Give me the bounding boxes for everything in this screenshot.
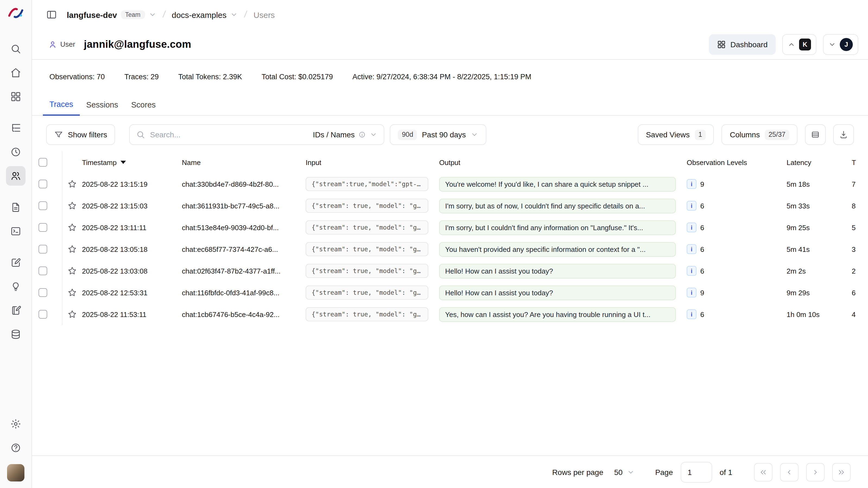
page-number-input[interactable] bbox=[680, 462, 712, 482]
row-checkbox[interactable] bbox=[38, 245, 47, 253]
row-checkbox[interactable] bbox=[38, 267, 47, 275]
search-icon bbox=[136, 130, 145, 139]
trace-name-cell[interactable]: chat:116fbfdc-0fd3-41af-99c8... bbox=[182, 288, 306, 297]
timestamp-cell[interactable]: 2025-08-22 12:53:31 bbox=[82, 288, 182, 297]
input-cell[interactable]: {"stream": true, "model": "gpt-... bbox=[306, 242, 428, 256]
bookmark-star-icon[interactable] bbox=[67, 309, 77, 319]
sidebar-item-users[interactable] bbox=[6, 166, 26, 186]
export-button[interactable] bbox=[833, 124, 854, 145]
output-cell[interactable]: Hello! How can I assist you today? bbox=[439, 285, 676, 300]
sidebar-item-annotation[interactable] bbox=[6, 301, 26, 320]
row-checkbox[interactable] bbox=[38, 223, 47, 232]
output-cell[interactable]: I'm sorry, but as of now, I couldn't fin… bbox=[439, 199, 676, 213]
input-cell[interactable]: {"stream": true, "model": "gpt-... bbox=[306, 264, 428, 278]
header-timestamp[interactable]: Timestamp bbox=[82, 158, 182, 166]
saved-views-button[interactable]: Saved Views 1 bbox=[638, 124, 714, 145]
bookmark-star-icon[interactable] bbox=[67, 266, 77, 276]
bookmark-star-icon[interactable] bbox=[67, 288, 77, 298]
sidebar-item-home[interactable] bbox=[6, 63, 26, 83]
header-clipped[interactable]: T bbox=[852, 158, 868, 166]
sidebar-item-evaluation[interactable] bbox=[6, 253, 26, 273]
table-row[interactable]: 2025-08-22 13:15:19 chat:330bd4e7-d869-4… bbox=[32, 173, 868, 195]
row-checkbox[interactable] bbox=[38, 310, 47, 318]
trace-name-cell[interactable]: chat:02f63f47-87b2-4377-a1ff... bbox=[182, 267, 306, 275]
level-count: 9 bbox=[700, 288, 704, 297]
table-row[interactable]: 2025-08-22 12:53:31 chat:116fbfdc-0fd3-4… bbox=[32, 282, 868, 303]
input-cell[interactable]: {"stream": true, "model": "gpt-... bbox=[306, 307, 428, 322]
breadcrumb-project[interactable]: docs-examples bbox=[172, 10, 238, 19]
output-cell[interactable]: I'm sorry, but I couldn't find any infor… bbox=[439, 220, 676, 235]
timestamp-cell[interactable]: 2025-08-22 13:05:18 bbox=[82, 245, 182, 253]
timestamp-cell[interactable]: 2025-08-22 13:11:11 bbox=[82, 223, 182, 232]
table-row[interactable]: 2025-08-22 13:03:08 chat:02f63f47-87b2-4… bbox=[32, 260, 868, 282]
trace-name-cell[interactable]: chat:1cb67476-b5ce-4c4a-92... bbox=[182, 310, 306, 318]
next-page-button[interactable] bbox=[806, 463, 825, 481]
tab-scores[interactable]: Scores bbox=[125, 94, 162, 116]
row-checkbox[interactable] bbox=[38, 180, 47, 188]
input-cell[interactable]: {"stream":true,"model":"gpt-5",... bbox=[306, 177, 428, 191]
input-cell[interactable]: {"stream": true, "model": "gpt-... bbox=[306, 220, 428, 235]
header-observation-levels[interactable]: Observation Levels bbox=[687, 158, 786, 166]
output-cell[interactable]: You're welcome! If you'd like, I can sha… bbox=[439, 177, 676, 191]
header-output[interactable]: Output bbox=[439, 158, 687, 166]
show-filters-button[interactable]: Show filters bbox=[46, 124, 115, 145]
output-cell[interactable]: You haven't provided any specific inform… bbox=[439, 242, 676, 256]
last-page-button[interactable] bbox=[832, 463, 850, 481]
timestamp-cell[interactable]: 2025-08-22 13:15:19 bbox=[82, 180, 182, 188]
sidebar-item-datasets[interactable] bbox=[6, 325, 26, 344]
tab-traces[interactable]: Traces bbox=[43, 94, 80, 116]
sidebar-item-insights[interactable] bbox=[6, 277, 26, 296]
table-row[interactable]: 2025-08-22 13:05:18 chat:ec685f77-7374-4… bbox=[32, 238, 868, 260]
dashboard-button[interactable]: Dashboard bbox=[709, 34, 776, 55]
trace-name-cell[interactable]: chat:330bd4e7-d869-4b2f-80... bbox=[182, 180, 306, 188]
trace-name-cell[interactable]: chat:ec685f77-7374-427c-a6... bbox=[182, 245, 306, 253]
clipped-cell: 2 bbox=[852, 267, 868, 275]
table-row[interactable]: 2025-08-22 13:11:11 chat:513e84e9-9039-4… bbox=[32, 217, 868, 238]
trace-name-cell[interactable]: chat:3611931b-bc77-49c5-a8... bbox=[182, 202, 306, 210]
row-height-button[interactable] bbox=[805, 124, 826, 145]
row-checkbox[interactable] bbox=[38, 202, 47, 210]
table-row[interactable]: 2025-08-22 11:53:11 chat:1cb67476-b5ce-4… bbox=[32, 303, 868, 325]
header-input[interactable]: Input bbox=[306, 158, 439, 166]
next-user-button[interactable]: J bbox=[823, 34, 858, 55]
table-row[interactable]: 2025-08-22 13:15:03 chat:3611931b-bc77-4… bbox=[32, 195, 868, 217]
sidebar-item-dashboards[interactable] bbox=[6, 87, 26, 106]
timestamp-cell[interactable]: 2025-08-22 13:15:03 bbox=[82, 202, 182, 210]
trace-name-cell[interactable]: chat:513e84e9-9039-42d0-bf... bbox=[182, 223, 306, 232]
bookmark-star-icon[interactable] bbox=[67, 201, 77, 211]
sidebar-item-support[interactable] bbox=[6, 438, 26, 458]
tab-sessions[interactable]: Sessions bbox=[80, 94, 125, 116]
row-checkbox[interactable] bbox=[38, 288, 47, 297]
lightbulb-icon bbox=[10, 281, 21, 292]
user-avatar[interactable] bbox=[7, 464, 24, 482]
rows-per-page-select[interactable]: 50 bbox=[611, 462, 638, 482]
breadcrumb-org[interactable]: langfuse-dev Team bbox=[67, 10, 156, 19]
first-page-button[interactable] bbox=[754, 463, 772, 481]
sidebar-item-sessions[interactable] bbox=[6, 142, 26, 162]
prev-page-button[interactable] bbox=[780, 463, 799, 481]
header-name[interactable]: Name bbox=[182, 158, 306, 166]
output-cell[interactable]: Yes, how can I assist you? Are you havin… bbox=[439, 307, 676, 322]
date-range-select[interactable]: 90d Past 90 days bbox=[390, 124, 487, 145]
search-input[interactable] bbox=[150, 130, 308, 139]
output-cell[interactable]: Hello! How can I assist you today? bbox=[439, 264, 676, 278]
search-type-select[interactable]: IDs / Names bbox=[313, 130, 377, 139]
columns-button[interactable]: Columns 25/37 bbox=[722, 124, 798, 145]
timestamp-cell[interactable]: 2025-08-22 11:53:11 bbox=[82, 310, 182, 318]
langfuse-logo[interactable] bbox=[8, 6, 24, 22]
input-cell[interactable]: {"stream": true, "model": "gpt-... bbox=[306, 285, 428, 300]
header-latency[interactable]: Latency bbox=[786, 158, 852, 166]
select-all-checkbox[interactable] bbox=[38, 158, 47, 166]
bookmark-star-icon[interactable] bbox=[67, 179, 77, 189]
sidebar-item-search[interactable] bbox=[6, 39, 26, 59]
sidebar-item-prompts[interactable] bbox=[6, 197, 26, 217]
input-cell[interactable]: {"stream": true, "model": "gpt-... bbox=[306, 199, 428, 213]
sidebar-item-tracing[interactable] bbox=[6, 118, 26, 138]
sidebar-item-settings[interactable] bbox=[6, 414, 26, 434]
bookmark-star-icon[interactable] bbox=[67, 244, 77, 254]
sidebar-item-playground[interactable] bbox=[6, 221, 26, 241]
timestamp-cell[interactable]: 2025-08-22 13:03:08 bbox=[82, 267, 182, 275]
panel-toggle-icon[interactable] bbox=[46, 9, 57, 20]
prev-user-button[interactable]: K bbox=[782, 34, 816, 55]
bookmark-star-icon[interactable] bbox=[67, 222, 77, 232]
